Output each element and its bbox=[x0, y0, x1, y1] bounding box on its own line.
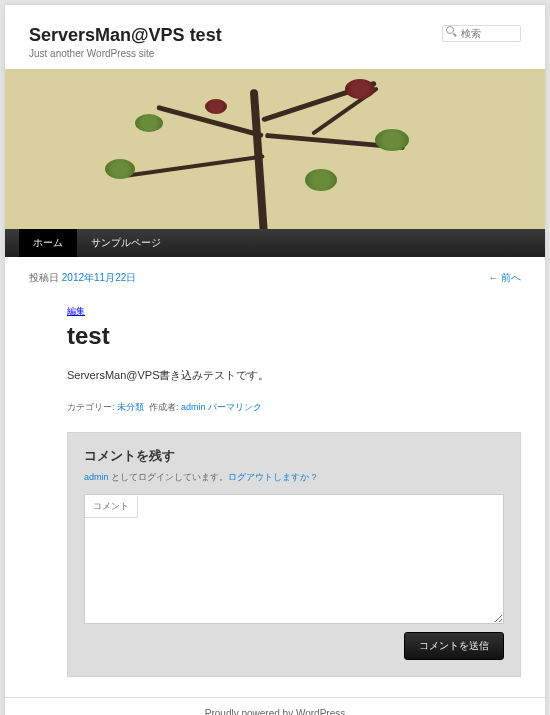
logged-in-text: としてログインしています。 bbox=[109, 472, 229, 482]
search-input[interactable] bbox=[442, 25, 521, 42]
edit-link[interactable]: 編集 bbox=[67, 306, 85, 316]
site-tagline: Just another WordPress site bbox=[29, 48, 521, 59]
nav-item-sample[interactable]: サンプルページ bbox=[77, 229, 175, 257]
permalink[interactable]: パーマリンク bbox=[208, 402, 262, 412]
prev-post-link[interactable]: ← 前へ bbox=[488, 271, 521, 285]
post-title: test bbox=[67, 322, 521, 350]
category-link[interactable]: 未分類 bbox=[117, 402, 144, 412]
post-nav: 投稿日 2012年11月22日 ← 前へ bbox=[29, 271, 521, 285]
footer-credit-link[interactable]: Proudly powered by WordPress bbox=[205, 708, 345, 715]
submit-comment-button[interactable]: コメントを送信 bbox=[404, 632, 504, 660]
logged-in-as: admin としてログインしています。ログアウトしますか ? bbox=[84, 471, 504, 484]
posted-on-label: 投稿日 bbox=[29, 272, 59, 283]
header-image[interactable] bbox=[5, 69, 545, 229]
comment-field-wrap: コメント bbox=[84, 494, 504, 624]
reply-title: コメントを残す bbox=[84, 447, 504, 465]
logged-in-user-link[interactable]: admin bbox=[84, 472, 109, 482]
posted-on: 投稿日 2012年11月22日 bbox=[29, 271, 136, 285]
post-content: ServersMan@VPS書き込みテストです。 bbox=[67, 368, 521, 383]
author-link[interactable]: admin bbox=[181, 402, 206, 412]
post-date-link[interactable]: 2012年11月22日 bbox=[62, 272, 137, 283]
post-meta: カテゴリー: 未分類 作成者: admin パーマリンク bbox=[67, 401, 521, 414]
category-label: カテゴリー: bbox=[67, 402, 115, 412]
comment-respond: コメントを残す admin としてログインしています。ログアウトしますか ? コ… bbox=[67, 432, 521, 677]
site-header: ServersMan@VPS test Just another WordPre… bbox=[5, 5, 545, 69]
nav-item-home[interactable]: ホーム bbox=[19, 229, 77, 257]
search-form bbox=[442, 23, 521, 42]
post: 編集 test ServersMan@VPS書き込みテストです。 カテゴリー: … bbox=[67, 305, 521, 677]
primary-nav: ホーム サンプルページ bbox=[5, 229, 545, 257]
comment-label: コメント bbox=[85, 496, 138, 518]
comment-textarea[interactable] bbox=[85, 518, 503, 623]
logout-link[interactable]: ログアウトしますか ? bbox=[228, 472, 317, 482]
site-footer: Proudly powered by WordPress bbox=[5, 697, 545, 715]
author-label: 作成者: bbox=[149, 402, 179, 412]
